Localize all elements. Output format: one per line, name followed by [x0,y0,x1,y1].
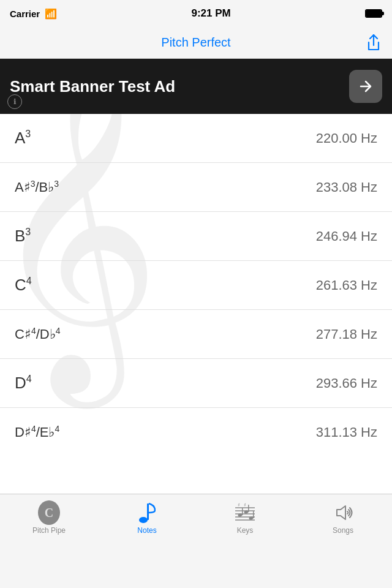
carrier-label: Carrier [10,9,40,19]
status-battery [365,9,382,18]
table-row[interactable]: B3 246.94 Hz [0,212,392,261]
battery-icon [365,9,382,18]
note-frequency: 246.94 Hz [316,228,377,244]
status-bar: Carrier 📶 9:21 PM [0,0,392,27]
tab-pitch-pipe[interactable]: C Pitch Pipe [0,499,98,535]
table-row[interactable]: D4 293.66 Hz [0,359,392,408]
note-frequency: 293.66 Hz [316,375,377,391]
svg-point-0 [139,517,148,523]
status-time: 9:21 PM [191,7,230,20]
content-area: 𝄞 A3 220.00 Hz A♯3/B♭3 233.08 Hz B3 246.… [0,114,392,494]
songs-tab-icon [332,502,354,524]
note-frequency: 261.63 Hz [316,277,377,293]
note-frequency: 220.00 Hz [316,130,377,146]
svg-rect-10 [248,505,249,512]
ad-info-button[interactable]: ℹ [7,94,22,109]
note-frequency: 311.13 Hz [316,424,377,440]
table-row[interactable]: A3 220.00 Hz [0,114,392,163]
tab-label-notes: Notes [137,526,156,535]
ad-arrow-button[interactable] [349,70,382,103]
table-row[interactable]: D♯4/E♭4 311.13 Hz [0,408,392,457]
note-name: C♯4/D♭4 [15,326,60,342]
tab-songs[interactable]: Songs [294,499,392,535]
svg-text:♯: ♯ [244,502,246,508]
tab-notes[interactable]: Notes [98,499,196,535]
pitch-pipe-icon: C [38,500,60,525]
table-row[interactable]: C4 261.63 Hz [0,261,392,310]
note-frequency: 277.18 Hz [316,326,377,342]
status-carrier: Carrier 📶 [10,8,57,20]
wifi-icon: 📶 [45,8,57,20]
note-name: D♯4/E♭4 [15,424,59,440]
note-name: A♯3/B♭3 [15,179,59,195]
tab-label-pitch-pipe: Pitch Pipe [32,526,66,535]
tab-bar: C Pitch Pipe Notes [0,494,392,554]
nav-bar: Pitch Perfect [0,27,392,59]
note-frequency: 233.08 Hz [316,179,377,195]
ad-title: Smart Banner Test Ad [10,77,349,96]
tab-label-songs: Songs [333,526,353,535]
ad-banner[interactable]: Smart Banner Test Ad ℹ [0,59,392,114]
svg-rect-12 [253,511,254,518]
tab-label-keys: Keys [237,526,254,535]
notes-list: A3 220.00 Hz A♯3/B♭3 233.08 Hz B3 246.94… [0,114,392,457]
share-button[interactable] [365,33,382,53]
note-name: C4 [15,276,32,295]
notes-tab-icon [136,502,158,524]
table-row[interactable]: C♯4/D♭4 277.18 Hz [0,310,392,359]
table-row[interactable]: A♯3/B♭3 233.08 Hz [0,163,392,212]
note-name: D4 [15,374,32,393]
svg-rect-1 [147,503,149,520]
tab-keys[interactable]: ♯ ♯ Keys [196,499,294,535]
svg-rect-8 [242,508,243,515]
keys-tab-icon: ♯ ♯ [234,502,256,524]
note-name: B3 [15,227,31,246]
pitch-pipe-tab-icon: C [38,502,60,524]
battery-fill [366,10,381,17]
note-name: A3 [15,129,31,148]
svg-text:♯: ♯ [238,502,240,508]
nav-title: Pitch Perfect [161,36,230,50]
